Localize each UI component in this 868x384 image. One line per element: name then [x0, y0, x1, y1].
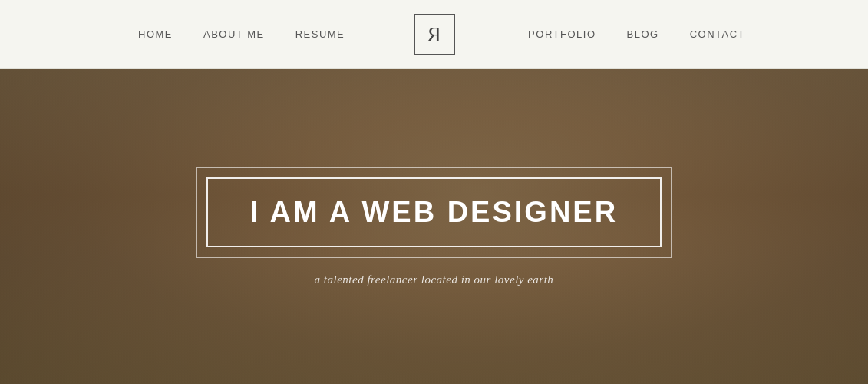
hero-outer-border: I AM A WEB DESIGNER	[196, 167, 672, 258]
nav-blog[interactable]: BLOG	[627, 28, 659, 40]
hero-section: I AM A WEB DESIGNER a talented freelance…	[0, 69, 868, 384]
hero-inner-box: I AM A WEB DESIGNER	[206, 177, 662, 247]
nav-right: PORTFOLIO BLOG CONTACT	[528, 28, 745, 40]
nav-left: HOME ABOUT ME RESUME	[138, 28, 345, 40]
nav-portfolio[interactable]: PORTFOLIO	[528, 28, 596, 40]
site-logo[interactable]: R	[414, 14, 455, 55]
logo-letter: R	[427, 22, 441, 47]
hero-title: I AM A WEB DESIGNER	[250, 196, 618, 229]
nav-resume[interactable]: RESUME	[295, 28, 345, 40]
hero-subtitle: a talented freelancer located in our lov…	[315, 273, 554, 286]
nav-about[interactable]: ABOUT ME	[203, 28, 265, 40]
hero-content: I AM A WEB DESIGNER a talented freelance…	[196, 167, 672, 286]
nav-contact[interactable]: CONTACT	[690, 28, 745, 40]
nav-home[interactable]: HOME	[138, 28, 173, 40]
header: HOME ABOUT ME RESUME R PORTFOLIO BLOG CO…	[0, 0, 868, 69]
